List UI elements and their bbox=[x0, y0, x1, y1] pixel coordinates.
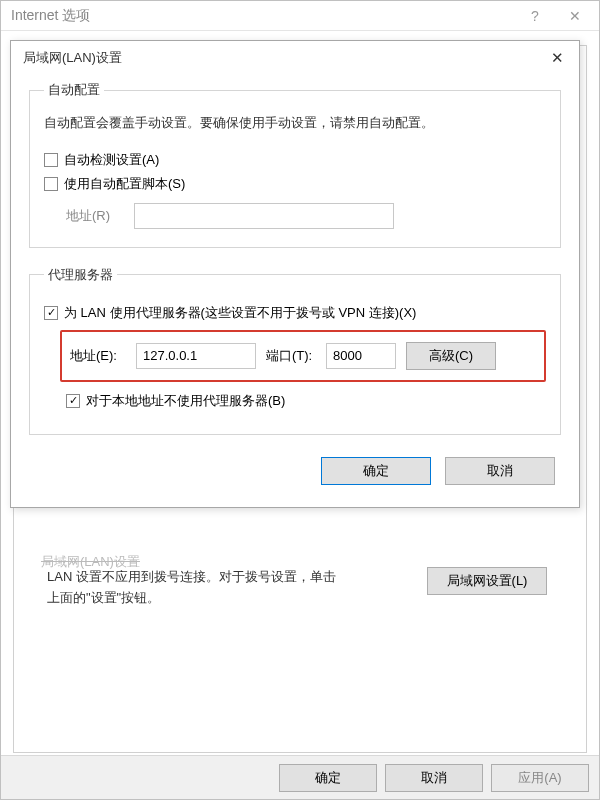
auto-detect-label: 自动检测设置(A) bbox=[64, 151, 159, 169]
use-script-label: 使用自动配置脚本(S) bbox=[64, 175, 185, 193]
dialog-footer: 确定 取消 bbox=[29, 453, 561, 489]
auto-config-hint: 自动配置会覆盖手动设置。要确保使用手动设置，请禁用自动配置。 bbox=[44, 113, 546, 133]
dialog-title: 局域网(LAN)设置 bbox=[23, 49, 122, 67]
dialog-body: 自动配置 自动配置会覆盖手动设置。要确保使用手动设置，请禁用自动配置。 自动检测… bbox=[11, 75, 579, 507]
proxy-advanced-button[interactable]: 高级(C) bbox=[406, 342, 496, 370]
parent-apply-button[interactable]: 应用(A) bbox=[491, 764, 589, 792]
auto-detect-row[interactable]: 自动检测设置(A) bbox=[44, 151, 546, 169]
bypass-local-checkbox[interactable] bbox=[66, 394, 80, 408]
parent-titlebar: Internet 选项 ? ✕ bbox=[1, 1, 599, 31]
script-address-label: 地址(R) bbox=[66, 207, 122, 225]
lan-settings-dialog: 局域网(LAN)设置 ✕ 自动配置 自动配置会覆盖手动设置。要确保使用手动设置，… bbox=[10, 40, 580, 508]
use-script-row[interactable]: 使用自动配置脚本(S) bbox=[44, 175, 546, 193]
dialog-cancel-button[interactable]: 取消 bbox=[445, 457, 555, 485]
proxy-server-group: 代理服务器 为 LAN 使用代理服务器(这些设置不用于拨号或 VPN 连接)(X… bbox=[29, 266, 561, 435]
dialog-titlebar: 局域网(LAN)设置 ✕ bbox=[11, 41, 579, 75]
proxy-port-input[interactable] bbox=[326, 343, 396, 369]
parent-cancel-button[interactable]: 取消 bbox=[385, 764, 483, 792]
lan-settings-button[interactable]: 局域网设置(L) bbox=[427, 567, 547, 595]
use-proxy-checkbox[interactable] bbox=[44, 306, 58, 320]
auto-config-legend: 自动配置 bbox=[44, 81, 104, 99]
parent-lan-text: LAN 设置不应用到拨号连接。对于拨号设置，单击上面的"设置"按钮。 bbox=[47, 567, 347, 609]
bypass-local-row[interactable]: 对于本地地址不使用代理服务器(B) bbox=[66, 392, 546, 410]
proxy-server-legend: 代理服务器 bbox=[44, 266, 117, 284]
auto-config-group: 自动配置 自动配置会覆盖手动设置。要确保使用手动设置，请禁用自动配置。 自动检测… bbox=[29, 81, 561, 248]
parent-footer: 确定 取消 应用(A) bbox=[1, 755, 599, 799]
use-script-checkbox[interactable] bbox=[44, 177, 58, 191]
script-address-input bbox=[134, 203, 394, 229]
bypass-local-label: 对于本地地址不使用代理服务器(B) bbox=[86, 392, 285, 410]
help-icon[interactable]: ? bbox=[515, 8, 555, 24]
use-proxy-row[interactable]: 为 LAN 使用代理服务器(这些设置不用于拨号或 VPN 连接)(X) bbox=[44, 304, 546, 322]
close-icon[interactable]: ✕ bbox=[555, 8, 595, 24]
parent-ok-button[interactable]: 确定 bbox=[279, 764, 377, 792]
auto-detect-checkbox[interactable] bbox=[44, 153, 58, 167]
dialog-ok-button[interactable]: 确定 bbox=[321, 457, 431, 485]
parent-lan-block: LAN 设置不应用到拨号连接。对于拨号设置，单击上面的"设置"按钮。 局域网设置… bbox=[47, 567, 547, 609]
proxy-address-label: 地址(E): bbox=[70, 347, 126, 365]
script-address-row: 地址(R) bbox=[44, 203, 546, 229]
proxy-port-label: 端口(T): bbox=[266, 347, 316, 365]
parent-title: Internet 选项 bbox=[11, 7, 90, 25]
proxy-address-input[interactable] bbox=[136, 343, 256, 369]
use-proxy-label: 为 LAN 使用代理服务器(这些设置不用于拨号或 VPN 连接)(X) bbox=[64, 304, 416, 322]
proxy-address-port-row: 地址(E): 端口(T): 高级(C) bbox=[60, 330, 546, 382]
dialog-close-icon[interactable]: ✕ bbox=[537, 44, 577, 72]
